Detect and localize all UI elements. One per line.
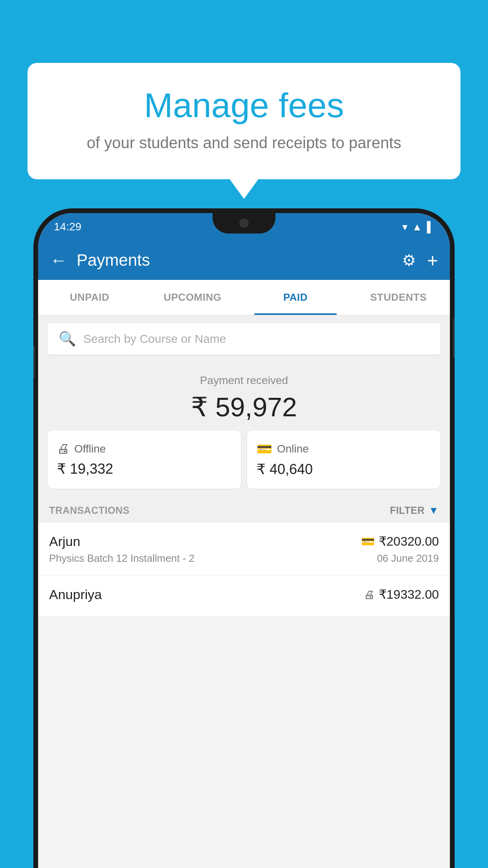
transaction-name: Arjun	[49, 534, 80, 549]
back-button[interactable]: ←	[50, 250, 67, 270]
transaction-item[interactable]: Anupriya 🖨 ₹19332.00	[38, 576, 450, 617]
manage-fees-subtitle: of your students and send receipts to pa…	[59, 134, 429, 152]
wifi-icon: ▾	[402, 221, 407, 233]
volume-button	[33, 346, 35, 377]
transaction-row-top: Arjun 💳 ₹20320.00	[49, 534, 439, 549]
tab-students[interactable]: STUDENTS	[347, 280, 450, 315]
transaction-item[interactable]: Arjun 💳 ₹20320.00 Physics Batch 12 Insta…	[38, 523, 450, 576]
offline-icon: 🖨	[57, 441, 70, 456]
transactions-label: TRANSACTIONS	[49, 505, 130, 516]
online-amount: ₹ 40,640	[257, 461, 431, 478]
add-button[interactable]: +	[427, 250, 438, 271]
speech-bubble: Manage fees of your students and send re…	[28, 63, 460, 179]
transaction-date: 06 June 2019	[377, 552, 439, 565]
online-icon: 💳	[257, 441, 272, 456]
offline-label: Offline	[74, 443, 106, 455]
status-time: 14:29	[54, 221, 81, 233]
filter-icon: ▼	[429, 504, 439, 517]
online-card: 💳 Online ₹ 40,640	[247, 430, 440, 489]
app-bar-actions: ⚙ +	[402, 250, 438, 271]
transactions-header: TRANSACTIONS FILTER ▼	[38, 498, 450, 523]
power-button	[453, 318, 455, 358]
offline-card: 🖨 Offline ₹ 19,332	[48, 430, 241, 489]
screen-title: Payments	[77, 251, 393, 270]
filter-button[interactable]: FILTER ▼	[390, 504, 439, 517]
battery-icon: ▌	[427, 221, 434, 233]
phone-notch	[213, 213, 275, 234]
phone-frame: 14:29 ▾ ▲ ▌ ← Payments ⚙ + UNPAID UPCOMI…	[33, 208, 455, 868]
tab-upcoming[interactable]: UPCOMING	[141, 280, 244, 315]
payment-received-label: Payment received	[48, 374, 440, 387]
offline-amount: ₹ 19,332	[57, 461, 231, 477]
phone-screen: 14:29 ▾ ▲ ▌ ← Payments ⚙ + UNPAID UPCOMI…	[38, 213, 450, 868]
main-content: 🔍 Search by Course or Name Payment recei…	[38, 315, 450, 617]
speech-bubble-container: Manage fees of your students and send re…	[28, 63, 460, 179]
offline-card-header: 🖨 Offline	[57, 441, 231, 456]
manage-fees-title: Manage fees	[59, 86, 429, 125]
search-icon: 🔍	[59, 331, 76, 347]
tab-unpaid[interactable]: UNPAID	[38, 280, 141, 315]
payment-total-amount: ₹ 59,972	[48, 392, 440, 423]
tab-paid[interactable]: PAID	[244, 280, 347, 315]
search-bar[interactable]: 🔍 Search by Course or Name	[48, 323, 440, 355]
transaction-row-top: Anupriya 🖨 ₹19332.00	[49, 587, 439, 602]
transaction-amount: ₹20320.00	[379, 534, 439, 549]
transaction-list: Arjun 💳 ₹20320.00 Physics Batch 12 Insta…	[38, 523, 450, 617]
transaction-amount-row: 🖨 ₹19332.00	[364, 587, 439, 602]
payment-cards-row: 🖨 Offline ₹ 19,332 💳 Online ₹ 40,640	[38, 430, 450, 498]
search-placeholder: Search by Course or Name	[83, 332, 226, 346]
tab-bar: UNPAID UPCOMING PAID STUDENTS	[38, 280, 450, 315]
status-icons: ▾ ▲ ▌	[402, 221, 434, 233]
transaction-name: Anupriya	[49, 587, 102, 602]
filter-label: FILTER	[390, 505, 425, 516]
payment-type-icon: 🖨	[364, 588, 375, 601]
front-camera	[239, 219, 249, 228]
payment-type-icon: 💳	[361, 535, 375, 548]
online-card-header: 💳 Online	[257, 441, 431, 456]
transaction-course: Physics Batch 12 Installment - 2	[49, 552, 194, 565]
transaction-amount-row: 💳 ₹20320.00	[361, 534, 439, 549]
app-bar: ← Payments ⚙ +	[38, 241, 450, 280]
transaction-amount: ₹19332.00	[379, 587, 439, 602]
payment-received-section: Payment received ₹ 59,972	[38, 362, 450, 430]
settings-icon[interactable]: ⚙	[402, 251, 416, 269]
transaction-row-bottom: Physics Batch 12 Installment - 2 06 June…	[49, 552, 439, 565]
signal-icon: ▲	[412, 221, 422, 233]
online-label: Online	[277, 443, 309, 455]
